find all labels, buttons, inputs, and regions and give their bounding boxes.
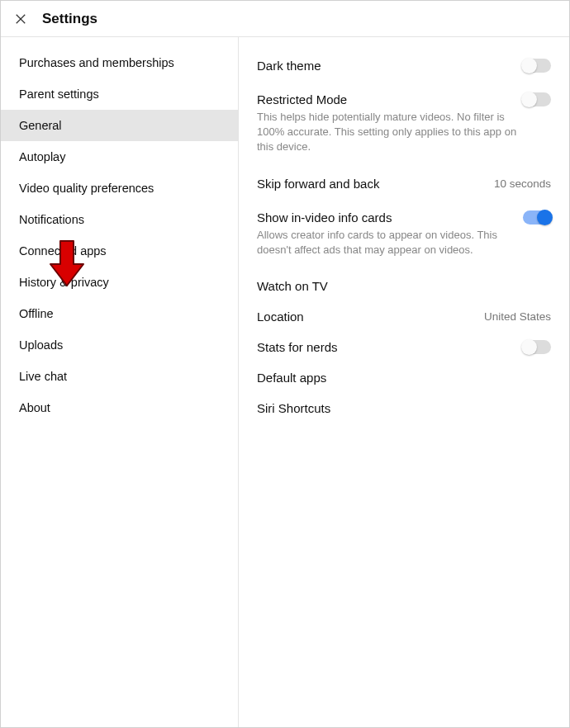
page-title: Settings xyxy=(42,11,97,27)
toggle-restricted-mode[interactable] xyxy=(523,92,551,106)
setting-description: Allows creator info cards to appear on v… xyxy=(257,228,551,258)
setting-description: This helps hide potentially mature video… xyxy=(257,110,551,155)
sidebar-item-autoplay[interactable]: Autoplay xyxy=(1,141,238,173)
setting-dark-theme[interactable]: Dark theme xyxy=(257,50,551,81)
toggle-dark-theme[interactable] xyxy=(523,59,551,73)
sidebar-item-uploads[interactable]: Uploads xyxy=(1,329,238,361)
sidebar-item-notifications[interactable]: Notifications xyxy=(1,204,238,235)
setting-siri-shortcuts[interactable]: Siri Shortcuts xyxy=(257,393,551,423)
setting-value: United States xyxy=(484,310,551,323)
sidebar-item-parent-settings[interactable]: Parent settings xyxy=(1,78,238,110)
setting-location[interactable]: Location United States xyxy=(257,301,551,332)
sidebar-item-general[interactable]: General xyxy=(1,110,238,141)
setting-value: 10 seconds xyxy=(494,177,551,190)
setting-label: Watch on TV xyxy=(257,279,328,293)
setting-label: Stats for nerds xyxy=(257,340,338,354)
sidebar: Purchases and memberships Parent setting… xyxy=(1,37,239,727)
sidebar-item-live-chat[interactable]: Live chat xyxy=(1,361,238,392)
setting-label: Dark theme xyxy=(257,59,321,73)
setting-stats-nerds[interactable]: Stats for nerds xyxy=(257,332,551,362)
close-icon[interactable] xyxy=(12,11,29,27)
setting-skip[interactable]: Skip forward and back 10 seconds xyxy=(257,168,551,199)
sidebar-item-video-quality[interactable]: Video quality preferences xyxy=(1,173,238,204)
setting-watch-tv[interactable]: Watch on TV xyxy=(257,271,551,301)
setting-label: Skip forward and back xyxy=(257,177,379,191)
sidebar-item-connected-apps[interactable]: Connected apps xyxy=(1,235,238,267)
sidebar-item-history-privacy[interactable]: History & privacy xyxy=(1,267,238,298)
main-panel: Dark theme Restricted Mode This helps hi… xyxy=(239,37,569,727)
sidebar-item-about[interactable]: About xyxy=(1,392,238,423)
content: Purchases and memberships Parent setting… xyxy=(1,37,569,727)
setting-label: Siri Shortcuts xyxy=(257,401,330,415)
toggle-stats-nerds[interactable] xyxy=(523,340,551,354)
sidebar-item-offline[interactable]: Offline xyxy=(1,298,238,329)
setting-default-apps[interactable]: Default apps xyxy=(257,362,551,393)
toggle-info-cards[interactable] xyxy=(523,210,551,225)
setting-restricted-mode: Restricted Mode This helps hide potentia… xyxy=(257,81,551,168)
setting-info-cards: Show in-video info cards Allows creator … xyxy=(257,199,551,271)
setting-label: Show in-video info cards xyxy=(257,210,392,225)
setting-label: Default apps xyxy=(257,371,326,385)
setting-label: Restricted Mode xyxy=(257,92,347,106)
sidebar-item-purchases[interactable]: Purchases and memberships xyxy=(1,47,238,78)
header: Settings xyxy=(1,1,569,37)
setting-label: Location xyxy=(257,310,304,324)
